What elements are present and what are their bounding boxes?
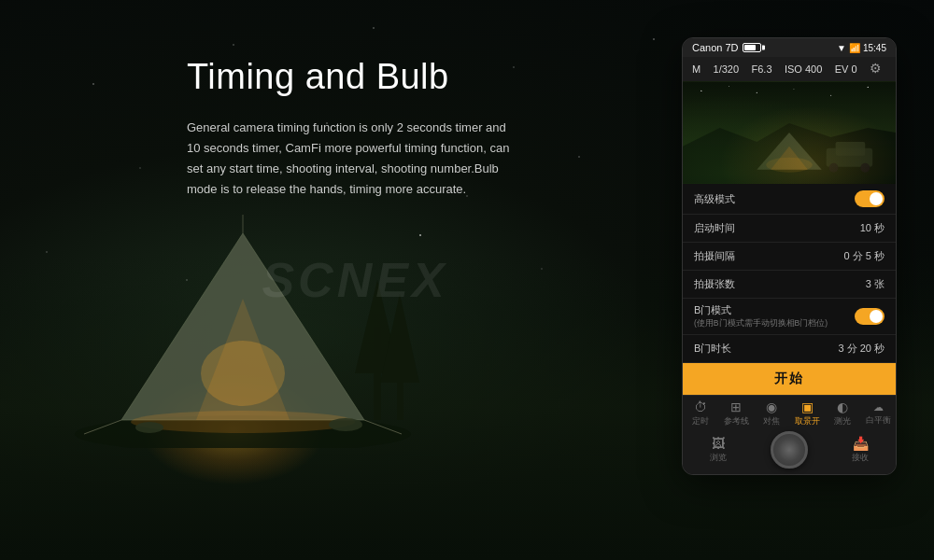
metering-label: 测光 xyxy=(834,415,851,427)
ev-label: EV 0 xyxy=(835,63,857,75)
time-display: 15:45 xyxy=(863,43,886,53)
svg-point-7 xyxy=(131,411,355,433)
iso-label: ISO 400 xyxy=(785,63,822,75)
aperture-label: F6.3 xyxy=(752,63,772,75)
advanced-mode-toggle[interactable] xyxy=(855,190,884,207)
svg-marker-22 xyxy=(757,133,821,170)
signal-icon: 📶 xyxy=(849,43,860,53)
svg-marker-23 xyxy=(771,147,808,170)
advanced-mode-label: 高级模式 xyxy=(694,192,735,206)
receive-label: 接收 xyxy=(852,452,869,464)
svg-point-19 xyxy=(830,95,831,96)
viewfinder-icon: ▣ xyxy=(801,400,814,413)
interval-label: 拍摄间隔 xyxy=(694,249,735,263)
advanced-mode-row: 高级模式 xyxy=(683,184,896,215)
start-time-row: 启动时间 10 秒 xyxy=(683,215,896,243)
nav-item-focus[interactable]: ◉ 对焦 xyxy=(754,400,789,427)
tent-illustration xyxy=(65,187,420,448)
svg-point-16 xyxy=(729,86,729,87)
svg-rect-25 xyxy=(827,148,873,167)
svg-rect-26 xyxy=(836,142,866,156)
start-time-label: 启动时间 xyxy=(694,221,735,235)
svg-point-28 xyxy=(860,163,870,173)
bulb-duration-row: B门时长 3 分 20 秒 xyxy=(683,335,896,363)
page-description: General camera timing function is only 2… xyxy=(187,118,514,200)
settings-panel: 高级模式 启动时间 10 秒 拍摄间隔 0 分 5 秒 拍摄张数 3 张 B门模… xyxy=(683,184,896,395)
watermark: SCNEX xyxy=(262,252,447,308)
camera-model: Canon 7D xyxy=(692,42,739,53)
count-row: 拍摄张数 3 张 xyxy=(683,271,896,299)
nav-top-row: ⏱ 定时 ⊞ 参考线 ◉ 对焦 ▣ 取景开 ◐ 测光 ☁ 白平衡 xyxy=(683,396,896,429)
focus-icon: ◉ xyxy=(766,400,777,413)
metering-icon: ◐ xyxy=(837,400,848,413)
nav-item-metering[interactable]: ◐ 测光 xyxy=(825,400,860,427)
grid-label: 参考线 xyxy=(724,415,749,427)
nav-item-browse[interactable]: 🖼 浏览 xyxy=(683,437,754,464)
count-label: 拍摄张数 xyxy=(694,277,735,291)
bulb-mode-label: B门模式 xyxy=(694,303,828,317)
svg-point-8 xyxy=(135,422,163,433)
nav-bottom-row: 🖼 浏览 📥 接收 xyxy=(683,429,896,474)
nav-item-receive[interactable]: 📥 接收 xyxy=(825,437,896,464)
camera-preview xyxy=(683,81,896,184)
nav-item-shutter[interactable] xyxy=(754,431,825,469)
browse-label: 浏览 xyxy=(710,452,727,464)
bulb-duration-label: B门时长 xyxy=(694,342,731,356)
start-button[interactable]: 开始 xyxy=(683,363,896,395)
svg-point-15 xyxy=(700,91,701,91)
wifi-icon: ▼ xyxy=(837,43,846,53)
bulb-mode-sub: (使用B门模式需手动切换相B门档位) xyxy=(694,318,828,329)
svg-marker-21 xyxy=(683,123,896,183)
receive-icon: 📥 xyxy=(853,437,869,450)
camera-model-label: Canon 7D xyxy=(692,42,761,53)
phone-status-bar: Canon 7D ▼ 📶 15:45 xyxy=(683,38,896,57)
shutter-button[interactable] xyxy=(771,431,808,469)
svg-point-27 xyxy=(829,163,839,173)
gear-icon[interactable]: ⚙ xyxy=(870,61,886,77)
viewfinder-label: 取景开 xyxy=(795,415,820,427)
camera-settings-row: M 1/320 F6.3 ISO 400 EV 0 ⚙ xyxy=(683,57,896,81)
interval-row: 拍摄间隔 0 分 5 秒 xyxy=(683,243,896,271)
nav-item-grid[interactable]: ⊞ 参考线 xyxy=(718,400,754,427)
nav-item-whitebalance[interactable]: ☁ 白平衡 xyxy=(860,402,896,427)
bulb-mode-labels: B门模式 (使用B门模式需手动切换相B门档位) xyxy=(694,303,828,329)
interval-value: 0 分 5 秒 xyxy=(844,249,884,263)
svg-point-9 xyxy=(329,418,362,431)
tent-area xyxy=(47,159,420,485)
whitebalance-label: 白平衡 xyxy=(866,414,891,427)
svg-point-20 xyxy=(868,87,869,88)
svg-rect-14 xyxy=(683,81,896,183)
page-title: Timing and Bulb xyxy=(187,56,542,99)
nav-item-timer[interactable]: ⏱ 定时 xyxy=(683,400,718,427)
bulb-mode-toggle[interactable] xyxy=(855,308,884,325)
svg-point-18 xyxy=(793,89,794,90)
timer-icon: ⏱ xyxy=(694,400,707,413)
nav-item-viewfinder[interactable]: ▣ 取景开 xyxy=(789,400,825,427)
focus-label: 对焦 xyxy=(763,415,780,427)
status-right: ▼ 📶 15:45 xyxy=(837,43,886,53)
bulb-mode-row: B门模式 (使用B门模式需手动切换相B门档位) xyxy=(683,299,896,335)
bulb-duration-value: 3 分 20 秒 xyxy=(838,342,884,356)
battery-icon xyxy=(743,43,761,52)
timer-label: 定时 xyxy=(692,415,709,427)
phone-mockup: Canon 7D ▼ 📶 15:45 M 1/320 F6.3 ISO 400 … xyxy=(682,37,897,475)
svg-point-17 xyxy=(757,92,757,93)
grid-icon: ⊞ xyxy=(730,400,742,413)
mode-label: M xyxy=(692,63,700,75)
bottom-nav: ⏱ 定时 ⊞ 参考线 ◉ 对焦 ▣ 取景开 ◐ 测光 ☁ 白平衡 xyxy=(683,395,896,474)
count-value: 3 张 xyxy=(866,277,884,291)
whitebalance-icon: ☁ xyxy=(873,402,884,413)
start-time-value: 10 秒 xyxy=(860,221,884,235)
svg-point-24 xyxy=(766,158,813,173)
browse-icon: 🖼 xyxy=(712,437,725,450)
shutter-label: 1/320 xyxy=(714,63,740,75)
left-content: Timing and Bulb General camera timing fu… xyxy=(187,56,542,200)
